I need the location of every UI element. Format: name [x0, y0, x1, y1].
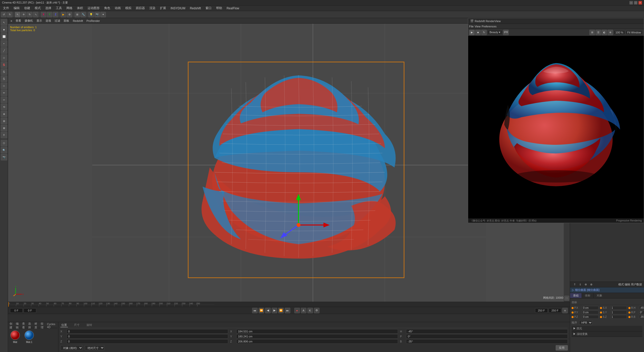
- mat-view[interactable]: 查看: [22, 322, 26, 329]
- mat-texture[interactable]: 纹理: [41, 322, 45, 329]
- vt-panel[interactable]: 面板: [62, 19, 71, 23]
- menu-item-跟踪器[interactable]: 跟踪器: [134, 6, 147, 11]
- toolbar-move[interactable]: ✛: [21, 12, 26, 17]
- tl-prev-frame[interactable]: ⏪: [259, 308, 264, 313]
- vt-camera[interactable]: 摄像机: [23, 19, 34, 23]
- menu-item-选择[interactable]: 选择: [43, 6, 53, 11]
- rs-fit-display[interactable]: Fit Window: [626, 30, 643, 35]
- toolbar-light[interactable]: 💡: [88, 12, 94, 17]
- prop-sz-input[interactable]: [611, 315, 627, 319]
- lt-edges[interactable]: ╱: [1, 47, 7, 54]
- rs-menu-prefs[interactable]: Preferences: [481, 25, 496, 28]
- lt-model[interactable]: ■: [1, 26, 7, 33]
- rs-stop-btn[interactable]: ■: [475, 30, 481, 35]
- lt-texture[interactable]: ⬜: [1, 33, 7, 40]
- vt-filter[interactable]: 过滤: [53, 19, 62, 23]
- prop-sx-input[interactable]: [611, 306, 627, 310]
- coord-selector-1[interactable]: 对象 (相对): [60, 345, 83, 350]
- coord-header-rot[interactable]: 旋转: [86, 323, 93, 327]
- toolbar-select[interactable]: ↖: [15, 12, 20, 17]
- toolbar-z[interactable]: Z: [53, 12, 58, 17]
- rs-mode-selector[interactable]: Beauty ▾: [487, 30, 503, 35]
- rs-zoom-fit-btn[interactable]: ⊕: [608, 30, 613, 35]
- menu-item-动画[interactable]: 动画: [113, 6, 123, 11]
- lt-polys[interactable]: ◇: [1, 54, 7, 61]
- prop-freeze-section[interactable]: ▶ 冻结变换: [572, 331, 642, 337]
- lt-dots[interactable]: ⠿: [1, 132, 7, 138]
- prop-order-select[interactable]: HPB: [579, 320, 592, 325]
- vt-options[interactable]: 选项: [44, 19, 53, 23]
- prop-rb-input[interactable]: [639, 315, 644, 319]
- toolbar-grid[interactable]: ⊞: [74, 12, 80, 17]
- menu-item-体积[interactable]: 体积: [75, 6, 85, 11]
- menu-item-渲染[interactable]: 渲染: [147, 6, 157, 11]
- mat-cycles[interactable]: Cycles 4D: [47, 323, 57, 329]
- material-item-1[interactable]: Mat: [10, 330, 20, 343]
- menu-item-文件[interactable]: 文件: [1, 6, 11, 11]
- menu-item-创建[interactable]: 创建: [22, 6, 32, 11]
- lt-loop[interactable]: ⟲: [1, 104, 7, 110]
- coord-header-size[interactable]: 尺寸: [73, 323, 80, 327]
- lt-s2[interactable]: S: [1, 68, 7, 75]
- close-button[interactable]: ✕: [638, 1, 642, 5]
- toolbar-scale[interactable]: ⤡: [33, 12, 38, 17]
- maximize-button[interactable]: □: [634, 1, 637, 5]
- prop-icon-3[interactable]: ⊕: [583, 282, 588, 287]
- coord-selector-2[interactable]: 绝对尺寸: [85, 345, 104, 350]
- prop-rh-input[interactable]: [639, 306, 644, 310]
- lt-s1[interactable]: S: [1, 61, 7, 68]
- tl-keyframe[interactable]: K: [307, 308, 313, 313]
- toolbar-y[interactable]: Y: [47, 12, 52, 17]
- rs-lut-btn[interactable]: ◐: [601, 30, 607, 35]
- rs-menu-file[interactable]: File: [469, 25, 474, 28]
- lt-tool1[interactable]: ⊞: [1, 118, 7, 124]
- minimize-button[interactable]: ─: [629, 1, 633, 5]
- tl-settings[interactable]: ⚙: [314, 308, 319, 313]
- rs-menu-view[interactable]: View: [475, 25, 481, 28]
- lt-s3[interactable]: S: [1, 75, 7, 82]
- lt-lasso[interactable]: 🔍: [1, 147, 7, 153]
- prop-tab-coord[interactable]: 坐标: [582, 293, 594, 298]
- menu-item-RealFlow[interactable]: RealFlow: [225, 6, 241, 11]
- menu-item-帮助[interactable]: 帮助: [214, 6, 224, 11]
- menu-item-运动图形[interactable]: 运动图形: [86, 6, 102, 11]
- prop-sy-input[interactable]: [611, 311, 627, 314]
- coord-x-size[interactable]: [236, 329, 398, 334]
- coord-z-pos[interactable]: [66, 339, 228, 344]
- tl-go-start[interactable]: ⏮: [252, 308, 258, 313]
- frame-end[interactable]: 250 F: [535, 308, 548, 313]
- lt-circle[interactable]: ○: [1, 140, 7, 146]
- menu-item-INSYDIUM[interactable]: INSYDIUM: [169, 6, 187, 11]
- frame-fps[interactable]: 250 F: [549, 308, 561, 313]
- tl-next-frame[interactable]: ⏩: [278, 308, 284, 313]
- mat-edit[interactable]: 编辑: [16, 322, 20, 329]
- lt-camera-btn[interactable]: 📷: [1, 154, 7, 160]
- lt-knife[interactable]: ✂: [1, 97, 7, 103]
- toolbar-render-settings[interactable]: ⚙: [67, 12, 72, 17]
- frame-start[interactable]: 0 F: [10, 308, 23, 313]
- coord-y-size[interactable]: [236, 334, 398, 339]
- menu-item-角色[interactable]: 角色: [102, 6, 112, 11]
- rs-channel-btn[interactable]: ☰: [595, 30, 601, 35]
- lt-oval[interactable]: ○: [1, 82, 7, 89]
- coord-y-rot[interactable]: [406, 334, 568, 339]
- menu-item-网格[interactable]: 网格: [64, 6, 74, 11]
- coord-x-rot[interactable]: [406, 329, 568, 334]
- rs-render-btn[interactable]: ▶: [469, 30, 475, 35]
- tl-go-end[interactable]: ⏭: [285, 308, 290, 313]
- toolbar-render[interactable]: ▶: [61, 12, 66, 17]
- tl-record[interactable]: ●: [294, 308, 300, 313]
- lt-points[interactable]: •: [1, 40, 7, 47]
- vt-view[interactable]: ≡: [9, 19, 14, 23]
- mat-create[interactable]: 创建: [10, 322, 14, 329]
- coord-apply-button[interactable]: 应用: [556, 345, 568, 350]
- mat-select[interactable]: 选择: [28, 322, 32, 329]
- coord-z-size[interactable]: [236, 339, 398, 344]
- vt-prorender[interactable]: ProRender: [85, 19, 101, 23]
- material-item-2[interactable]: Mat.1: [24, 330, 34, 343]
- coord-y-pos[interactable]: [66, 334, 228, 339]
- prop-quaternion-section[interactable]: ▶ 四元: [572, 326, 642, 331]
- prop-px-input[interactable]: [582, 306, 598, 310]
- rs-refresh-btn[interactable]: ↻: [481, 30, 487, 35]
- menu-item-工具[interactable]: 工具: [54, 6, 64, 11]
